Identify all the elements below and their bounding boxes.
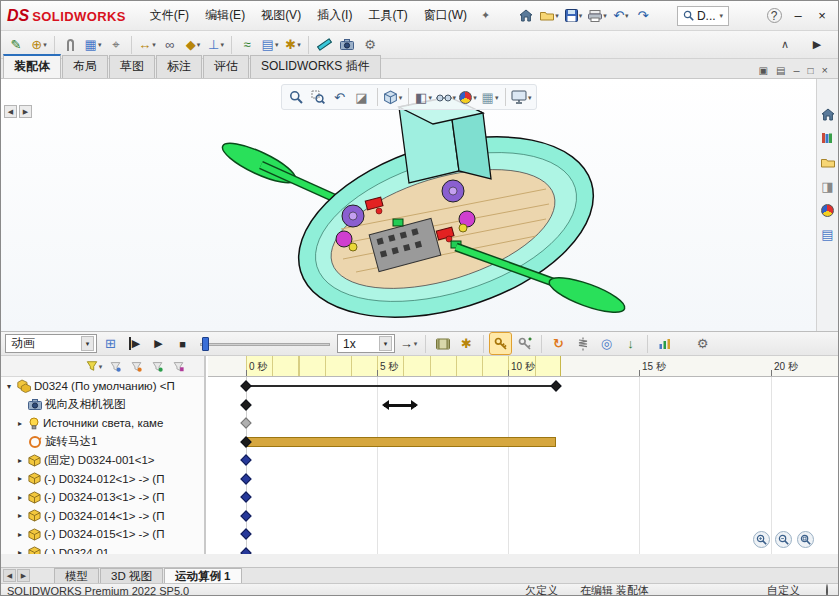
status-sphere-icon[interactable] (826, 585, 828, 596)
timeline-row-component-013[interactable] (208, 488, 838, 507)
design-library-button[interactable] (819, 129, 837, 147)
customize-status-text[interactable]: 自定义 (767, 583, 800, 596)
pane-collapse-right-button[interactable]: ▶ (19, 105, 32, 118)
keyframe-start[interactable] (240, 417, 251, 428)
stop-button[interactable]: ■ (172, 333, 193, 354)
view-settings-button[interactable]: ▾ (511, 87, 532, 107)
timeline-area[interactable]: 0 秒 5 秒 10 秒 15 秒 20 秒 (208, 356, 838, 554)
home-button[interactable] (516, 5, 536, 27)
timeline-rows[interactable] (208, 377, 838, 554)
timeline-row-component-001[interactable] (208, 451, 838, 470)
tab-evaluate[interactable]: 评估 (203, 55, 249, 78)
calculate-button[interactable]: ⊞ (100, 333, 121, 354)
keyframe-start[interactable] (240, 491, 251, 502)
tree-item-component-fixed[interactable]: ▸ (固定) D0324-001<1> (1, 451, 204, 470)
save-animation-button[interactable] (432, 333, 453, 354)
toolbar-more-button[interactable]: ▶ (806, 33, 828, 57)
tree-item-component-012[interactable]: ▸ (-) D0324-012<1> -> (П (1, 470, 204, 489)
close-document-icon[interactable]: × (822, 65, 828, 76)
bill-of-materials-button[interactable]: ▤▾ (259, 33, 281, 57)
show-hidden-components-button[interactable]: ∞ (159, 33, 181, 57)
appearances-scenes-button[interactable] (819, 201, 837, 219)
keyframe-start[interactable] (240, 473, 251, 484)
undo-button[interactable]: ↶ ▾ (611, 5, 631, 27)
custom-properties-button[interactable]: ▤ (819, 225, 837, 243)
linear-component-pattern-button[interactable]: ▦▾ (82, 33, 104, 57)
keyframe-start[interactable] (240, 528, 251, 539)
expand-icon[interactable]: ▸ (15, 493, 25, 502)
filter-animated-button[interactable] (106, 357, 124, 375)
timeline-row-component-014[interactable] (208, 507, 838, 526)
motor-duration-bar[interactable] (246, 437, 556, 447)
take-snapshot-button[interactable] (336, 33, 358, 57)
tree-item-component-013[interactable]: ▸ (-) D0324-013<1> -> (П (1, 488, 204, 507)
keyframe-start[interactable] (240, 547, 251, 554)
menu-view[interactable]: 视图(V) (253, 3, 309, 28)
playback-position-slider[interactable] (200, 337, 330, 351)
tab-scroll-right-icon[interactable]: ▶ (17, 569, 30, 582)
filter-selected-button[interactable] (148, 357, 166, 375)
tree-item-rotary-motor[interactable]: 旋转马达1 (1, 433, 204, 452)
slider-thumb[interactable] (202, 337, 209, 351)
solidworks-resources-button[interactable] (819, 105, 837, 123)
tab-sketch[interactable]: 草图 (109, 55, 155, 78)
results-button[interactable] (654, 333, 675, 354)
mate-button[interactable] (59, 33, 81, 57)
contact-button[interactable]: ◎ (596, 333, 617, 354)
menu-edit[interactable]: 编辑(E) (197, 3, 253, 28)
pane-collapse-left-button[interactable]: ◀ (4, 105, 17, 118)
playback-mode-button[interactable]: →▾ (398, 333, 419, 354)
edit-component-button[interactable]: ✎ (5, 33, 27, 57)
tab-motion-study-1[interactable]: 运动算例 1 (164, 568, 242, 583)
tree-item-component-01x[interactable]: ▸ (-) D0324-01 (1, 544, 204, 555)
search-box[interactable]: D... ▾ (677, 6, 729, 26)
file-explorer-button[interactable] (819, 153, 837, 171)
menu-tools[interactable]: 工具(T) (360, 3, 415, 28)
zoom-area-button[interactable] (307, 87, 327, 107)
redo-button[interactable]: ↷ (633, 5, 653, 27)
expand-collapse-icon[interactable]: ▾ (4, 382, 14, 391)
keyframe-start[interactable] (240, 510, 251, 521)
tab-scroll-left-icon[interactable]: ◀ (3, 569, 16, 582)
tree-item-orientation-camera-views[interactable]: 视向及相机视图 (1, 396, 204, 415)
zoom-fit-button[interactable] (285, 87, 305, 107)
tab-assembly[interactable]: 装配体 (3, 54, 61, 78)
timeline-row-orientation[interactable] (208, 396, 838, 415)
autokey-button[interactable] (490, 333, 511, 354)
reference-geometry-button[interactable]: ⊥▾ (205, 33, 227, 57)
expand-icon[interactable]: ▸ (15, 456, 25, 465)
camera-view-move-bar[interactable] (384, 404, 416, 407)
keyframe-start[interactable] (240, 399, 251, 410)
view-orientation-button[interactable]: ▾ (382, 87, 402, 107)
view-palette-button[interactable]: ◨ (819, 177, 837, 195)
edit-appearance-button[interactable]: ▾ (458, 87, 478, 107)
collapse-toolbar-button[interactable]: ∧ (774, 33, 796, 57)
keyframe-start[interactable] (240, 454, 251, 465)
timeline-zoom-in-button[interactable] (753, 531, 770, 548)
filter-results-button[interactable] (169, 357, 187, 375)
tree-item-component-015[interactable]: ▸ (-) D0324-015<1> -> (П (1, 525, 204, 544)
instant3d-button[interactable] (313, 33, 335, 57)
expand-icon[interactable]: ▸ (15, 474, 25, 483)
previous-view-button[interactable]: ↶ (329, 87, 349, 107)
expand-icon[interactable]: ▸ (15, 548, 25, 554)
expand-icon[interactable]: ▸ (15, 419, 25, 428)
insert-components-button[interactable]: ⊕▾ (28, 33, 50, 57)
assembly-features-button[interactable]: ◆▾ (182, 33, 204, 57)
save-button[interactable]: ▾ (563, 5, 585, 27)
keyframe-end[interactable] (550, 380, 561, 391)
motor-button[interactable]: ↻ (548, 333, 569, 354)
menu-insert[interactable]: 插入(I) (309, 3, 360, 28)
section-view-button[interactable]: ◪ (351, 87, 371, 107)
menu-window[interactable]: 窗口(W) (416, 3, 475, 28)
playback-speed-select[interactable]: 1x ▾ (337, 334, 395, 353)
minimize-window-button[interactable]: – (788, 5, 808, 27)
filter-driving-button[interactable] (127, 357, 145, 375)
model-viewport[interactable]: ↶ ◪ ▾ ◧▾ ▾ ▾ ▦▾ ▾ (1, 79, 816, 331)
play-button[interactable]: ▶ (148, 333, 169, 354)
options-button[interactable]: ⚙ (359, 33, 381, 57)
tree-item-component-014[interactable]: ▸ (-) D0324-014<1> -> (П (1, 507, 204, 526)
tab-markup[interactable]: 标注 (156, 55, 202, 78)
tab-model[interactable]: 模型 (54, 568, 99, 583)
timeline-zoom-fit-button[interactable] (797, 531, 814, 548)
